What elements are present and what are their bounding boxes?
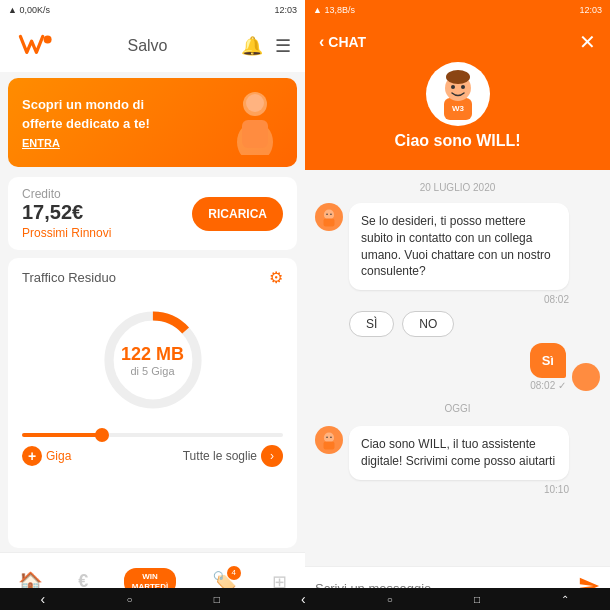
bot-avatar-small-2 — [315, 426, 343, 454]
header-icons: 🔔 ☰ — [241, 35, 291, 57]
option-si[interactable]: SÌ — [349, 311, 394, 337]
giga-label: Giga — [46, 449, 71, 463]
user-bubble-container: Sì 08:02 ✓ — [530, 343, 566, 391]
will-character-illustration: W3 — [430, 66, 486, 122]
signal-left: ▲ 0,00K/s — [8, 5, 50, 15]
svg-point-0 — [44, 36, 52, 44]
bot-bubble-2: Ciao sono WILL, il tuo assistente digita… — [349, 426, 569, 495]
gear-icon[interactable]: ⚙ — [269, 268, 283, 287]
recharge-button[interactable]: RICARICA — [192, 197, 283, 231]
bot-message-2: Ciao sono WILL, il tuo assistente digita… — [315, 426, 600, 495]
svg-point-10 — [451, 85, 455, 89]
option-no[interactable]: NO — [402, 311, 454, 337]
right-panel: ▲ 13,8B/s 12:03 ‹ CHAT ✕ — [305, 0, 610, 610]
time-left: 12:03 — [274, 5, 297, 15]
traffic-slider[interactable] — [22, 433, 283, 437]
svg-text:W3: W3 — [452, 104, 465, 113]
promo-enter-link[interactable]: ENTRA — [22, 137, 150, 149]
traffic-mb: 122 MB — [121, 344, 184, 365]
svg-point-20 — [330, 437, 332, 439]
user-message-time-1: 08:02 ✓ — [530, 380, 566, 391]
credit-amount: 17,52€ — [22, 201, 111, 224]
credit-label: Credito — [22, 187, 111, 201]
chat-header-top: ‹ CHAT ✕ — [319, 30, 596, 54]
system-nav-bar: ‹ ○ □ ‹ ○ □ ⌃ — [0, 588, 610, 610]
svg-point-19 — [326, 437, 328, 439]
time-right: 12:03 — [579, 5, 602, 15]
renewal-link[interactable]: Prossimi Rinnovi — [22, 226, 111, 240]
user-message-1: Sì 08:02 ✓ — [315, 343, 600, 391]
message-bubble-1: Se lo desideri, ti posso mettere subito … — [349, 203, 569, 290]
will-avatar: W3 — [426, 62, 490, 126]
credit-section: Credito 17,52€ Prossimi Rinnovi RICARICA — [8, 177, 297, 250]
svg-point-17 — [324, 433, 334, 443]
message-bubble-2: Ciao sono WILL, il tuo assistente digita… — [349, 426, 569, 480]
bot-avatar-small — [315, 203, 343, 231]
user-avatar-small — [572, 363, 600, 391]
slider-thumb — [95, 428, 109, 442]
add-giga[interactable]: + Giga — [22, 446, 71, 466]
bot-bubble-1: Se lo desideri, ti posso mettere subito … — [349, 203, 569, 305]
soglie-icon: › — [261, 445, 283, 467]
svg-point-3 — [246, 94, 264, 112]
soglie-button[interactable]: Tutte le soglie › — [183, 445, 283, 467]
back-chevron-icon: ‹ — [319, 33, 324, 51]
svg-rect-14 — [324, 219, 335, 227]
recents-system-btn-r[interactable]: □ — [474, 594, 480, 605]
message-text-1: Se lo desideri, ti posso mettere subito … — [361, 214, 551, 278]
notification-icon[interactable]: 🔔 — [241, 35, 263, 57]
left-panel: ▲ 0,00K/s 12:03 Salvo 🔔 ☰ Scopri un mond… — [0, 0, 305, 610]
svg-point-13 — [324, 210, 334, 220]
donut-text: 122 MB di 5 Giga — [121, 344, 184, 377]
credit-info: Credito 17,52€ Prossimi Rinnovi — [22, 187, 111, 240]
soglie-label: Tutte le soglie — [183, 449, 257, 463]
w3-logo — [14, 32, 54, 60]
close-button[interactable]: ✕ — [579, 30, 596, 54]
promo-banner[interactable]: Scopri un mondo di offerte dedicato a te… — [8, 78, 297, 167]
message-time-2: 10:10 — [349, 484, 569, 495]
chat-back-label: CHAT — [328, 34, 366, 50]
message-text-2: Ciao sono WILL, il tuo assistente digita… — [361, 437, 555, 468]
user-bubble-1: Sì — [530, 343, 566, 378]
promo-content: Scopri un mondo di offerte dedicato a te… — [22, 96, 150, 148]
date-divider-july: 20 LUGLIO 2020 — [315, 182, 600, 193]
back-system-btn[interactable]: ‹ — [41, 591, 46, 607]
message-time-1: 08:02 — [349, 294, 569, 305]
svg-rect-4 — [242, 120, 268, 148]
slider-track — [22, 433, 283, 437]
slider-fill — [22, 433, 100, 437]
offers-badge: 4 — [227, 566, 241, 580]
signal-right: ▲ 13,8B/s — [313, 5, 355, 15]
svg-point-9 — [446, 70, 470, 84]
plus-icon: + — [22, 446, 42, 466]
extra-system-btn[interactable]: ⌃ — [561, 594, 569, 605]
chat-body[interactable]: 20 LUGLIO 2020 Se lo desideri, ti posso … — [305, 170, 610, 566]
bot-message-1: Se lo desideri, ti posso mettere subito … — [315, 203, 600, 305]
donut-container: 122 MB di 5 Giga — [22, 295, 283, 425]
recents-system-btn[interactable]: □ — [214, 594, 220, 605]
svg-rect-18 — [324, 442, 335, 450]
svg-point-11 — [461, 85, 465, 89]
date-divider-today: OGGI — [315, 403, 600, 414]
bot-avatar-icon — [318, 206, 340, 228]
traffic-section: Traffico Residuo ⚙ 122 MB di 5 Giga + Gi… — [8, 258, 297, 548]
menu-icon[interactable]: ☰ — [275, 35, 291, 57]
chat-back-button[interactable]: ‹ CHAT — [319, 33, 366, 51]
svg-point-15 — [326, 213, 328, 215]
traffic-title: Traffico Residuo — [22, 270, 116, 285]
home-system-btn[interactable]: ○ — [126, 594, 132, 605]
will-name-label: Ciao sono WILL! — [394, 132, 520, 150]
svg-point-16 — [330, 213, 332, 215]
bot-avatar-icon-2 — [318, 429, 340, 451]
header-username: Salvo — [127, 37, 167, 55]
traffic-of: di 5 Giga — [121, 365, 184, 377]
status-bar-left: ▲ 0,00K/s 12:03 — [0, 0, 305, 20]
back-system-btn-r[interactable]: ‹ — [301, 591, 306, 607]
chat-header: ‹ CHAT ✕ W3 Ciao sono WIL — [305, 20, 610, 170]
promo-person-illustration — [228, 90, 283, 155]
traffic-header: Traffico Residuo ⚙ — [22, 268, 283, 287]
home-system-btn-r[interactable]: ○ — [387, 594, 393, 605]
header-left: Salvo 🔔 ☰ — [0, 20, 305, 72]
traffic-footer: + Giga Tutte le soglie › — [22, 445, 283, 467]
promo-line1: Scopri un mondo di offerte dedicato a te… — [22, 96, 150, 132]
